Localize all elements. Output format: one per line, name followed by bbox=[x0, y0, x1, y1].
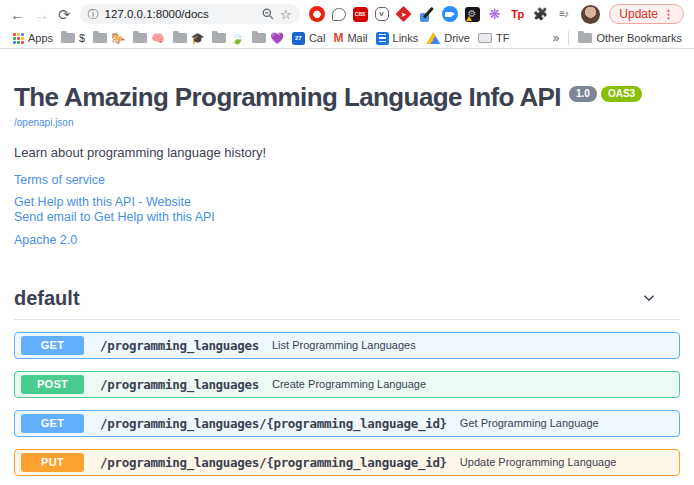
bookmarks-left: Apps$🐎🧠🎓🍃💜27CalMMailLinksDriveTF bbox=[12, 32, 509, 45]
bookmark-folder-leaf[interactable]: 🍃 bbox=[212, 32, 244, 45]
pen-extension-icon[interactable] bbox=[419, 6, 435, 22]
bookmark-label: Other Bookmarks bbox=[596, 32, 682, 44]
chevron-down-icon[interactable] bbox=[640, 289, 658, 307]
bookmark-label: Mail bbox=[347, 32, 367, 44]
bookmark-apps[interactable]: Apps bbox=[12, 32, 53, 44]
swagger-ui-page: The Amazing Programming Language Info AP… bbox=[0, 49, 694, 485]
bookmark-folder-horse[interactable]: 🐎 bbox=[93, 32, 125, 45]
endpoint-row[interactable]: GET/programming_languages/{programming_l… bbox=[14, 410, 680, 437]
kbd-icon bbox=[478, 33, 492, 43]
endpoint-row[interactable]: POST/programming_languagesCreate Program… bbox=[14, 371, 680, 398]
chat-bubble-extension-icon[interactable] bbox=[332, 8, 346, 21]
folder-icon bbox=[252, 33, 266, 43]
bookmark-label: 🎓 bbox=[191, 32, 205, 45]
endpoint-row[interactable]: PUT/programming_languages/{programming_l… bbox=[14, 449, 680, 476]
method-badge: POST bbox=[21, 375, 84, 394]
apps-grid-icon bbox=[12, 32, 24, 44]
zoom-camera-extension-icon[interactable] bbox=[442, 6, 458, 22]
send-diamond-extension-icon[interactable]: ➤ bbox=[396, 6, 412, 22]
site-info-icon[interactable]: ⓘ bbox=[88, 7, 99, 22]
bookmark-links[interactable]: Links bbox=[376, 32, 419, 45]
bookmark-folder-grad[interactable]: 🎓 bbox=[173, 32, 205, 45]
section-header[interactable]: default bbox=[14, 287, 680, 320]
address-bar[interactable]: ⓘ 127.0.0.1:8000/docs ☆ bbox=[80, 4, 300, 24]
teleparty-extension-icon[interactable]: Tp bbox=[510, 6, 526, 22]
license-link[interactable]: Apache 2.0 bbox=[14, 233, 680, 247]
help-email-link[interactable]: Send email to Get Help with this API bbox=[14, 210, 680, 225]
section-title: default bbox=[14, 287, 80, 310]
bookmark-label: Drive bbox=[444, 32, 470, 44]
bookmark-label: Apps bbox=[28, 32, 53, 44]
bookmark-label: TF bbox=[496, 32, 509, 44]
endpoint-path: /programming_languages bbox=[100, 377, 259, 392]
terms-of-service-link[interactable]: Terms of service bbox=[14, 173, 680, 187]
folder-icon bbox=[93, 33, 107, 43]
folder-icon bbox=[133, 33, 147, 43]
bookmark-folder-dollar[interactable]: $ bbox=[61, 32, 85, 44]
update-label: Update bbox=[619, 7, 658, 21]
bookmarks-overflow-icon[interactable]: » bbox=[553, 31, 560, 45]
red-circle-extension-icon[interactable] bbox=[309, 6, 325, 22]
endpoint-path: /programming_languages bbox=[100, 338, 259, 353]
bookmark-label: $ bbox=[79, 32, 85, 44]
api-info-links: Terms of service Get Help with this API … bbox=[14, 173, 680, 247]
method-badge: GET bbox=[21, 336, 84, 355]
drive-icon bbox=[426, 32, 440, 44]
bookmark-mail[interactable]: MMail bbox=[333, 32, 367, 44]
pocket-extension-icon[interactable]: v bbox=[375, 7, 389, 21]
kebab-menu-icon[interactable]: ⋮ bbox=[663, 8, 674, 21]
cbs-extension-icon[interactable]: CBS bbox=[353, 7, 368, 22]
bookmark-label: 💜 bbox=[270, 32, 284, 45]
folder-icon bbox=[61, 33, 75, 43]
bookmarks-bar: Apps$🐎🧠🎓🍃💜27CalMMailLinksDriveTF » Other… bbox=[0, 28, 694, 49]
help-website-link[interactable]: Get Help with this API - Website bbox=[14, 195, 680, 210]
bookmark-drive[interactable]: Drive bbox=[426, 32, 470, 44]
bookmarks-separator bbox=[568, 31, 569, 45]
endpoint-path: /programming_languages/{programming_lang… bbox=[100, 416, 447, 431]
browser-toolbar: ← → ⟳ ⓘ 127.0.0.1:8000/docs ☆ CBSv➤⚙❋Tp🧩… bbox=[0, 0, 694, 28]
bookmark-folder-heart[interactable]: 💜 bbox=[252, 32, 284, 45]
forward-icon[interactable]: → bbox=[34, 7, 49, 22]
bookmark-label: 🐎 bbox=[111, 32, 125, 45]
bookmarks-right: » Other Bookmarks bbox=[553, 31, 682, 45]
bookmark-tf[interactable]: TF bbox=[478, 32, 509, 44]
reload-icon[interactable]: ⟳ bbox=[58, 7, 71, 22]
operations-list: GET/programming_languagesList Programmin… bbox=[14, 332, 680, 485]
gmail-icon: M bbox=[333, 32, 343, 44]
update-button[interactable]: Update ⋮ bbox=[609, 4, 684, 24]
profile-avatar[interactable] bbox=[581, 5, 600, 24]
purple-flower-extension-icon[interactable]: ❋ bbox=[487, 6, 503, 22]
endpoint-path: /programming_languages/{programming_lang… bbox=[100, 455, 447, 470]
back-icon[interactable]: ← bbox=[10, 7, 25, 22]
endpoint-summary: Update Programming Language bbox=[460, 456, 617, 468]
api-description: Learn about programming language history… bbox=[14, 145, 680, 160]
bookmark-other-bookmarks[interactable]: Other Bookmarks bbox=[578, 32, 682, 44]
gear-extension-icon[interactable]: ⚙ bbox=[465, 7, 480, 22]
bookmark-label: 🍃 bbox=[230, 32, 244, 45]
version-badges: 1.0 OAS3 bbox=[569, 86, 642, 102]
bookmark-label: 🧠 bbox=[151, 32, 165, 45]
puzzle-extension-icon[interactable]: 🧩 bbox=[533, 6, 549, 22]
endpoint-row[interactable]: GET/programming_languagesList Programmin… bbox=[14, 332, 680, 359]
folder-icon bbox=[173, 33, 187, 43]
oas3-badge: OAS3 bbox=[601, 86, 642, 102]
method-badge: PUT bbox=[21, 453, 84, 472]
browser-chrome: ← → ⟳ ⓘ 127.0.0.1:8000/docs ☆ CBSv➤⚙❋Tp🧩… bbox=[0, 0, 694, 49]
default-section: default GET/programming_languagesList Pr… bbox=[14, 287, 680, 485]
links-icon bbox=[376, 32, 389, 45]
openapi-json-link[interactable]: /openapi.json bbox=[14, 117, 74, 128]
extensions-strip: CBSv➤⚙❋Tp🧩≡♪ bbox=[309, 6, 572, 22]
bookmark-cal[interactable]: 27Cal bbox=[292, 32, 326, 45]
zoom-out-icon[interactable] bbox=[262, 8, 274, 20]
url-text[interactable]: 127.0.0.1:8000/docs bbox=[105, 8, 256, 20]
method-badge: GET bbox=[21, 414, 84, 433]
bookmark-label: Cal bbox=[309, 32, 326, 44]
bookmark-star-icon[interactable]: ☆ bbox=[280, 7, 292, 22]
bookmark-folder-brain[interactable]: 🧠 bbox=[133, 32, 165, 45]
page-title: The Amazing Programming Language Info AP… bbox=[14, 83, 561, 112]
endpoint-summary: List Programming Languages bbox=[272, 339, 416, 351]
folder-icon bbox=[212, 33, 226, 43]
playlist-extension-icon[interactable]: ≡♪ bbox=[556, 6, 572, 22]
endpoint-summary: Create Programming Language bbox=[272, 378, 426, 390]
version-badge: 1.0 bbox=[569, 86, 597, 102]
